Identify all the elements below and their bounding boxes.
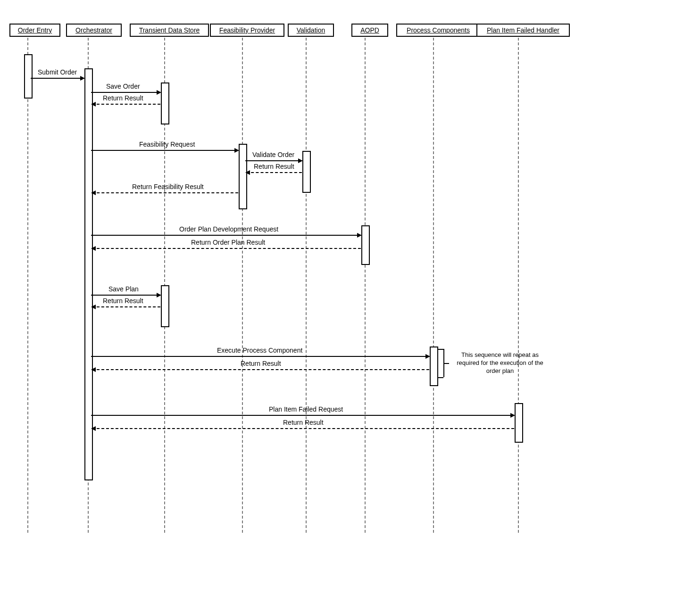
arrow xyxy=(92,428,514,429)
arrow xyxy=(91,356,429,357)
msg-return-result: Return Result xyxy=(254,163,294,170)
participant-process: Process Components xyxy=(396,24,480,37)
arrow xyxy=(91,295,160,296)
participant-aopd: AOPD xyxy=(351,24,388,37)
note-bracket xyxy=(437,377,443,378)
participant-plan-failed: Plan Item Failed Handler xyxy=(476,24,570,37)
lifeline xyxy=(365,38,366,533)
arrow xyxy=(91,150,238,151)
note-bracket xyxy=(437,349,443,350)
msg-exec-process: Execute Process Component xyxy=(217,347,302,354)
arrow xyxy=(92,306,160,307)
activation-tds-1 xyxy=(161,83,169,124)
msg-return-result: Return Result xyxy=(241,360,281,367)
activation-aopd xyxy=(361,225,370,265)
participant-validation: Validation xyxy=(288,24,334,37)
msg-return-result: Return Result xyxy=(283,419,324,426)
arrow xyxy=(246,172,302,173)
activation-tds-2 xyxy=(161,285,169,327)
note-bracket xyxy=(443,363,449,364)
activation-validation xyxy=(302,151,311,193)
arrow xyxy=(92,248,361,249)
arrow xyxy=(31,78,84,79)
msg-feasibility-req: Feasibility Request xyxy=(139,140,195,148)
lifeline xyxy=(518,38,519,533)
msg-return-result: Return Result xyxy=(103,94,143,102)
arrow xyxy=(92,369,429,370)
arrow xyxy=(92,104,160,105)
msg-return-feasibility: Return Feasibility Result xyxy=(132,183,204,190)
participant-orchestrator: Orchestrator xyxy=(66,24,122,37)
msg-plan-failed-req: Plan Item Failed Request xyxy=(269,405,343,413)
lifeline xyxy=(27,38,28,533)
msg-return-result: Return Result xyxy=(103,297,143,305)
activation-plan-failed xyxy=(515,403,523,443)
loop-note: This sequence will repeat as required fo… xyxy=(450,351,550,375)
activation-process xyxy=(430,347,438,386)
arrow xyxy=(91,235,361,236)
participant-feasibility: Feasibility Provider xyxy=(210,24,284,37)
msg-validate-order: Validate Order xyxy=(252,151,294,158)
lifeline xyxy=(306,38,307,533)
msg-save-order: Save Order xyxy=(106,83,140,90)
sequence-diagram: Order Entry Orchestrator Transient Data … xyxy=(0,0,700,611)
activation-orchestrator xyxy=(84,68,93,480)
msg-save-plan: Save Plan xyxy=(108,285,139,293)
activation-feasibility xyxy=(239,144,247,209)
lifeline xyxy=(433,38,434,533)
activation-order-entry xyxy=(24,54,33,99)
participant-tds: Transient Data Store xyxy=(130,24,209,37)
msg-submit-order: Submit Order xyxy=(38,68,77,76)
msg-return-opd: Return Order Plan Result xyxy=(191,239,265,246)
arrow xyxy=(92,192,238,193)
arrow xyxy=(245,160,302,161)
arrow xyxy=(91,92,160,93)
msg-opd-req: Order Plan Development Request xyxy=(179,225,278,233)
participant-order-entry: Order Entry xyxy=(9,24,60,37)
lifeline xyxy=(242,38,243,533)
arrow xyxy=(91,415,514,416)
